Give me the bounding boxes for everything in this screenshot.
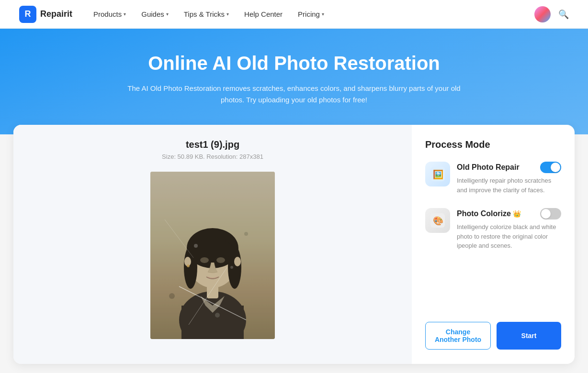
repair-mode-icon: 🖼️ (425, 162, 450, 186)
mode-item-colorize: 🎨 Photo Colorize 👑 Intelligendy colorize… (425, 208, 561, 251)
nav-item-guides[interactable]: Guides ▾ (135, 6, 175, 22)
nav-right: 🔍 (534, 6, 569, 22)
photo-preview (150, 172, 275, 339)
mode-header-colorize: Photo Colorize 👑 (457, 208, 561, 219)
action-buttons: Change Another Photo Start (425, 322, 561, 350)
chevron-down-icon: ▾ (124, 11, 126, 17)
photo-meta: Size: 50.89 KB. Resolution: 287x381 (162, 153, 263, 160)
colorize-mode-icon: 🎨 (425, 208, 450, 233)
nav-label-guides: Guides (141, 10, 164, 18)
crown-badge: 👑 (513, 210, 521, 218)
toggle-knob-colorize (541, 209, 551, 219)
mode-content-repair: Old Photo Repair Intelligently repair ph… (457, 162, 561, 195)
chevron-down-icon: ▾ (226, 11, 229, 17)
search-icon[interactable]: 🔍 (558, 9, 569, 20)
mode-name-colorize: Photo Colorize 👑 (457, 209, 521, 218)
chevron-down-icon: ▾ (166, 11, 169, 17)
change-photo-button[interactable]: Change Another Photo (425, 322, 491, 350)
nav-item-pricing[interactable]: Pricing ▾ (291, 6, 331, 22)
nav-label-products: Products (93, 10, 122, 18)
mode-header-repair: Old Photo Repair (457, 162, 561, 173)
nav-links: Products ▾ Guides ▾ Tips & Tricks ▾ Help… (87, 6, 534, 22)
process-mode-title: Process Mode (425, 139, 561, 150)
mode-item-repair: 🖼️ Old Photo Repair Intelligently repair… (425, 162, 561, 195)
nav-item-help[interactable]: Help Center (237, 6, 289, 22)
mode-desc-repair: Intelligently repair photo scratches and… (457, 176, 561, 195)
navbar: R Repairit Products ▾ Guides ▾ Tips & Tr… (0, 0, 588, 29)
svg-text:🎨: 🎨 (433, 216, 444, 226)
right-panel: Process Mode 🖼️ Old Photo Repair Intelli… (412, 125, 575, 364)
start-button[interactable]: Start (497, 322, 561, 350)
photo-filename: test1 (9).jpg (186, 139, 239, 150)
nav-item-tips[interactable]: Tips & Tricks ▾ (177, 6, 236, 22)
mode-name-repair: Old Photo Repair (457, 163, 520, 172)
logo-icon: R (19, 6, 36, 23)
nav-label-help: Help Center (244, 10, 283, 18)
logo-link[interactable]: R Repairit (19, 6, 72, 23)
logo-text: Repairit (40, 9, 72, 19)
hero-subtitle: The AI Old Photo Restoration removes scr… (126, 83, 462, 106)
left-panel: test1 (9).jpg Size: 50.89 KB. Resolution… (13, 125, 412, 364)
chevron-down-icon: ▾ (322, 11, 324, 17)
nav-item-products[interactable]: Products ▾ (87, 6, 133, 22)
toggle-repair[interactable] (540, 162, 561, 173)
svg-rect-24 (150, 172, 275, 339)
hero-section: Online AI Old Photo Restoration The AI O… (0, 29, 588, 134)
svg-text:🖼️: 🖼️ (433, 169, 444, 180)
avatar[interactable] (534, 6, 551, 22)
toggle-knob-repair (551, 163, 560, 172)
mode-content-colorize: Photo Colorize 👑 Intelligendy colorize b… (457, 208, 561, 251)
toggle-colorize[interactable] (540, 208, 561, 219)
main-card: test1 (9).jpg Size: 50.89 KB. Resolution… (13, 125, 575, 364)
nav-label-pricing: Pricing (298, 10, 320, 18)
mode-desc-colorize: Intelligendy colorize black and white ph… (457, 222, 561, 251)
hero-title: Online AI Old Photo Restoration (19, 53, 569, 74)
nav-label-tips: Tips & Tricks (184, 10, 225, 18)
